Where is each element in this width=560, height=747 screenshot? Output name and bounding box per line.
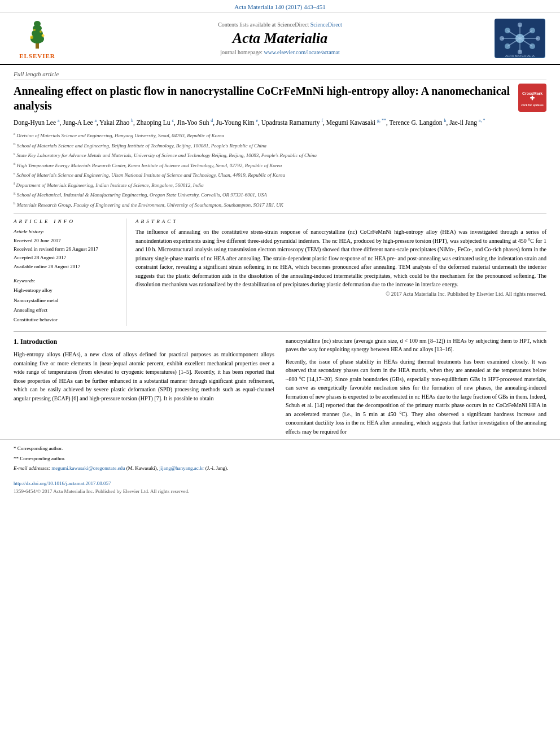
citation-text: Acta Materialia 140 (2017) 443–451 xyxy=(234,3,325,10)
article-title-section: Annealing effect on plastic flow in nano… xyxy=(14,84,546,113)
acta-materialia-logo: ACTA MATERIALIA xyxy=(495,19,545,58)
journal-title-area: Contents lists available at ScienceDirec… xyxy=(71,21,489,55)
svg-rect-0 xyxy=(36,43,39,49)
article-history-section: Article history: Received 20 June 2017 R… xyxy=(14,228,119,270)
svg-rect-31 xyxy=(532,96,533,101)
svg-point-6 xyxy=(42,34,45,37)
doi-area: http://dx.doi.org/10.1016/j.actamat.2017… xyxy=(0,478,560,487)
journal-homepage: journal homepage: www.elsevier.com/locat… xyxy=(71,49,489,55)
homepage-label: journal homepage: xyxy=(220,49,264,55)
svg-text:ACTA MATERIALIA: ACTA MATERIALIA xyxy=(505,54,535,58)
email-kawasaki[interactable]: megumi.kawasaki@oregonstate.edu xyxy=(51,465,125,471)
introduction-section: 1. Introduction High-entropy alloys (HEA… xyxy=(14,337,546,440)
article-info-abstract-section: A R T I C L E I N F O Article history: R… xyxy=(14,219,546,325)
svg-point-8 xyxy=(40,30,42,33)
article-content: Full length article Annealing effect on … xyxy=(0,65,560,326)
contents-text: Contents lists available at ScienceDirec… xyxy=(218,21,309,28)
abstract-text: The influence of annealing on the consti… xyxy=(135,228,546,289)
acta-materialia-logo-area: ACTA MATERIALIA xyxy=(495,19,551,58)
article-info-label: A R T I C L E I N F O xyxy=(14,219,119,224)
sciencedirect-link[interactable]: Contents lists available at ScienceDirec… xyxy=(71,21,489,28)
keywords-label: Keywords: xyxy=(14,278,36,283)
svg-text:click for updates: click for updates xyxy=(521,103,544,107)
history-label: Article history: xyxy=(14,228,119,236)
received-date: Received 20 June 2017 xyxy=(14,237,119,245)
affiliation-f: f Department of Materials Engineering, I… xyxy=(14,181,546,190)
received-revised: Received in revised form 26 August 2017 xyxy=(14,245,119,254)
affiliation-e: e School of Materials Science and Engine… xyxy=(14,171,546,180)
elsevier-name-text: ELSEVIER xyxy=(19,53,55,59)
email-kawasaki-name: (M. Kawasaki), xyxy=(126,465,159,471)
abstract-column: A B S T R A C T The influence of anneali… xyxy=(135,219,546,325)
terence-name: Terence xyxy=(389,119,409,126)
elsevier-tree-icon xyxy=(20,18,54,51)
journal-name: Acta Materialia xyxy=(71,30,489,47)
copyright-text: © 2017 Acta Materialia Inc. Published by… xyxy=(135,291,546,297)
sciencedirect-anchor[interactable]: ScienceDirect xyxy=(310,21,342,28)
svg-text:CrossMark: CrossMark xyxy=(522,91,542,95)
crossmark-logo[interactable]: CrossMark click for updates xyxy=(518,84,546,112)
article-type-label: Full length article xyxy=(14,71,546,80)
keyword-3: Annealing effect xyxy=(14,306,119,314)
affiliation-h: h Materials Research Group, Faculty of E… xyxy=(14,200,546,209)
footnote-star2: ** Corresponding author. xyxy=(14,455,546,463)
svg-point-4 xyxy=(34,21,41,27)
email-jang[interactable]: jijang@hanyang.ac.kr xyxy=(159,465,204,471)
intro-right-col: nanocrystalline (nc) structure (average … xyxy=(286,337,546,440)
svg-point-7 xyxy=(33,29,36,31)
intro-para-2: nanocrystalline (nc) structure (average … xyxy=(286,337,546,354)
available-date: Available online 28 August 2017 xyxy=(14,263,119,271)
abstract-label: A B S T R A C T xyxy=(135,219,546,224)
email-label: E-mail addresses: xyxy=(14,465,51,471)
footnote-email: E-mail addresses: megumi.kawasaki@oregon… xyxy=(14,464,546,473)
homepage-link[interactable]: www.elsevier.com/locate/actamat xyxy=(264,49,339,55)
issn-area: 1359-6454/© 2017 Acta Materialia Inc. Pu… xyxy=(0,487,560,499)
acta-logo-graphic: ACTA MATERIALIA xyxy=(495,19,545,58)
journal-header: ELSEVIER Contents lists available at Sci… xyxy=(0,13,560,65)
elsevier-logo-area: ELSEVIER xyxy=(9,18,65,59)
header-separator xyxy=(14,213,546,214)
article-title: Annealing effect on plastic flow in nano… xyxy=(14,84,513,113)
footnote-area: * Corresponding author. ** Corresponding… xyxy=(0,439,560,478)
keyword-1: High-entropy alloy xyxy=(14,286,119,294)
elsevier-logo: ELSEVIER xyxy=(9,18,65,59)
affiliations-section: a Division of Materials Science and Engi… xyxy=(14,131,546,209)
intro-heading: 1. Introduction xyxy=(14,337,274,347)
affiliation-d: d High Temperature Energy Materials Rese… xyxy=(14,161,546,170)
authors-line: Dong-Hyun Lee a, Jung-A Lee a, Yakai Zha… xyxy=(14,117,546,128)
accepted-date: Accepted 28 August 2017 xyxy=(14,254,119,262)
footnote-star1: * Corresponding author. xyxy=(14,444,546,453)
keywords-section: Keywords: High-entropy alloy Nanocrystal… xyxy=(14,277,119,324)
intro-para-3: Recently, the issue of phase stability i… xyxy=(286,357,546,436)
intro-para-1: High-entropy alloys (HEAs), a new class … xyxy=(14,350,274,403)
intro-separator xyxy=(14,331,546,332)
journal-citation-bar: Acta Materialia 140 (2017) 443–451 xyxy=(0,0,560,13)
crossmark-icon: CrossMark click for updates xyxy=(520,86,544,110)
doi-link[interactable]: http://dx.doi.org/10.1016/j.actamat.2017… xyxy=(14,480,111,486)
email-jang-name: (J.-i. Jang). xyxy=(205,465,229,471)
affiliation-a: a Division of Materials Science and Engi… xyxy=(14,131,546,140)
intro-left-col: 1. Introduction High-entropy alloys (HEA… xyxy=(14,337,274,440)
keyword-2: Nanocrystalline metal xyxy=(14,296,119,304)
affiliation-b: b School of Materials Science and Engine… xyxy=(14,141,546,150)
main-body: 1. Introduction High-entropy alloys (HEA… xyxy=(0,331,560,440)
affiliation-c: c State Key Laboratory for Advance Metal… xyxy=(14,151,546,160)
article-info-column: A R T I C L E I N F O Article history: R… xyxy=(14,219,126,325)
affiliation-g: g School of Mechanical, Industrial & Man… xyxy=(14,190,546,199)
keyword-4: Constitutive behavior xyxy=(14,316,119,324)
svg-point-5 xyxy=(30,36,33,39)
